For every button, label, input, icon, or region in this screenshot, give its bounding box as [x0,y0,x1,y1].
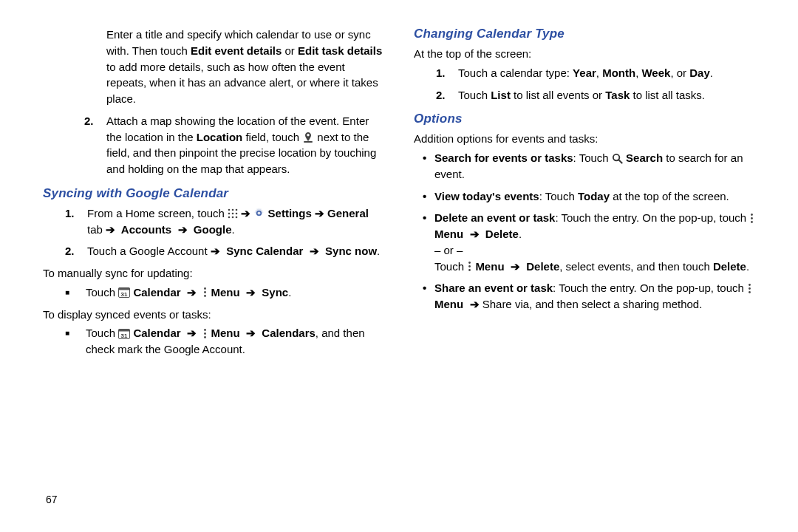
svg-point-5 [232,212,234,214]
menu-dots-icon [467,261,472,272]
item-text: Delete an event or task: Touch the entry… [434,210,770,274]
svg-point-8 [232,216,234,218]
svg-point-6 [236,212,238,214]
option-delete: Delete an event or task: Touch the entry… [423,210,770,274]
svg-line-23 [618,160,621,163]
manual-sync-intro: To manually sync for updating: [43,265,384,282]
menu-dots-icon [749,213,754,224]
svg-point-27 [468,262,471,264]
step-text: Enter a title and specify which calendar… [106,27,384,107]
caltype-step-1: 1. Touch a calendar type: Year, Month, W… [436,65,770,81]
svg-point-1 [228,208,231,211]
manual-page: Enter a title and specify which calendar… [0,0,798,532]
option-search: Search for events or tasks: Touch Search… [423,150,770,183]
location-pin-icon [302,132,314,143]
intro-steps: Enter a title and specify which calendar… [43,27,384,177]
item-text: Share an event or task: Touch the entry.… [434,280,770,313]
option-today: View today's events: Touch Today at the … [423,188,770,205]
svg-point-4 [228,212,231,214]
svg-text:31: 31 [121,291,128,298]
menu-dots-icon [202,328,208,339]
svg-text:31: 31 [121,332,128,338]
step-text: From a Home screen, touch ➔ Settings ➔ G… [87,205,384,238]
right-column: Changing Calendar Type At the top of the… [406,27,770,519]
svg-point-15 [204,295,206,297]
step-text: Touch a calendar type: Year, Month, Week… [458,65,713,81]
manual-sync-list: Touch 31 Calendar ➔ Menu ➔ Sync. [43,284,384,301]
list-item: Touch 31 Calendar ➔ Menu ➔ Sync. [65,284,384,301]
step-text: Touch List to list all events or Task to… [458,87,705,103]
svg-point-3 [236,208,238,211]
svg-point-24 [751,214,753,216]
options-intro: Addition options for events and tasks: [414,131,770,147]
svg-point-2 [232,208,234,211]
svg-point-21 [204,336,206,338]
svg-point-31 [748,287,751,290]
item-text: View today's events: Touch Today at the … [434,188,729,205]
svg-point-13 [204,287,206,290]
svg-point-25 [751,217,753,219]
svg-rect-0 [304,141,313,143]
caltype-step-2: 2. Touch List to list all events or Task… [436,87,770,103]
item-text: Touch 31 Calendar ➔ Menu ➔ Sync. [86,284,291,301]
list-item: Touch 31 Calendar ➔ Menu ➔ Calendars, an… [65,325,384,358]
menu-dots-icon [747,283,752,294]
svg-point-29 [468,269,471,271]
intro-step-1: Enter a title and specify which calendar… [84,27,384,107]
sync-step-2: 2. Touch a Google Account ➔ Sync Calenda… [65,243,384,259]
intro-step-2: 2. Attach a map showing the location of … [84,113,384,177]
search-icon [612,153,623,164]
heading-syncing: Syncing with Google Calendar [43,186,384,201]
svg-rect-17 [119,329,130,331]
option-share: Share an event or task: Touch the entry.… [423,280,770,313]
display-synced-intro: To display synced events or tasks: [43,307,384,323]
apps-grid-icon [228,208,238,219]
svg-point-20 [204,332,206,335]
svg-point-26 [751,221,753,223]
sync-step-1: 1. From a Home screen, touch ➔ Settings … [65,205,384,238]
svg-point-30 [748,284,751,286]
heading-options: Options [414,112,770,126]
svg-point-9 [236,216,238,218]
item-text: Search for events or tasks: Touch Search… [434,150,770,183]
step-text: Attach a map showing the location of the… [106,113,384,177]
svg-point-32 [748,291,751,293]
menu-dots-icon [202,287,208,298]
heading-changing-type: Changing Calendar Type [414,27,770,41]
settings-gear-icon [253,208,265,219]
left-column: Enter a title and specify which calendar… [43,27,406,519]
svg-point-7 [228,216,231,218]
options-list: Search for events or tasks: Touch Search… [414,150,770,313]
display-synced-list: Touch 31 Calendar ➔ Menu ➔ Calendars, an… [43,325,384,358]
page-number: 67 [46,494,58,505]
caltype-steps: 1. Touch a calendar type: Year, Month, W… [414,65,770,103]
sync-steps: 1. From a Home screen, touch ➔ Settings … [43,205,384,259]
svg-point-14 [204,291,206,293]
item-text: Touch 31 Calendar ➔ Menu ➔ Calendars, an… [86,325,384,358]
svg-point-28 [468,265,471,267]
svg-rect-11 [119,288,130,290]
top-of-screen: At the top of the screen: [414,46,770,62]
calendar-31-icon: 31 [118,287,130,298]
step-text: Touch a Google Account ➔ Sync Calendar ➔… [87,243,380,259]
calendar-31-icon: 31 [118,328,130,339]
svg-point-19 [204,329,206,331]
